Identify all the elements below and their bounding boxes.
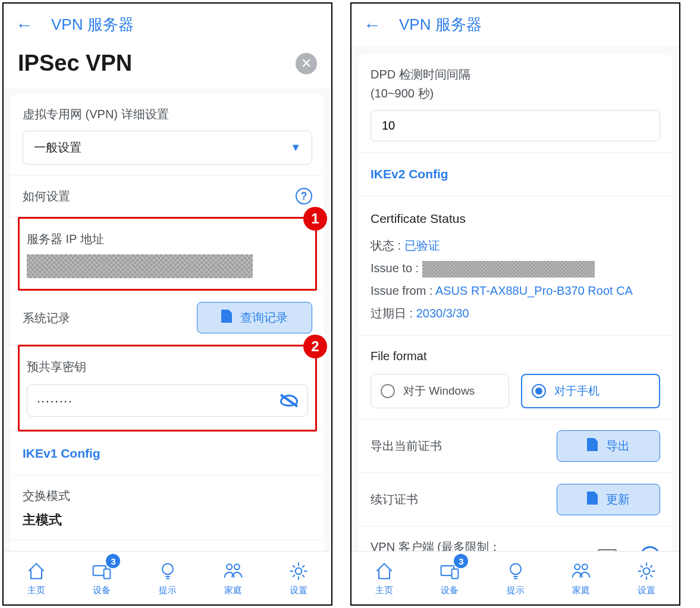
gear-icon xyxy=(634,560,659,582)
file-format-label: File format xyxy=(371,346,660,366)
nav-family[interactable]: 家庭 xyxy=(548,552,614,604)
issue-from-label: Issue from : xyxy=(371,284,435,297)
cert-status-heading: Certificate Status xyxy=(371,207,660,231)
query-log-button[interactable]: 查询记录 xyxy=(197,302,312,333)
psk-highlight: 2 预共享密钥 ········ xyxy=(18,345,317,431)
svg-point-12 xyxy=(575,564,580,569)
ikev2-heading: IKEv2 Config xyxy=(359,153,672,196)
exchange-mode-label: 交换模式 xyxy=(23,486,312,505)
nav-tips[interactable]: 提示 xyxy=(134,552,200,604)
ikev1-heading: IKEv1 Config xyxy=(11,431,324,475)
radio-circle-icon xyxy=(381,384,395,398)
family-icon xyxy=(569,560,594,582)
nav-device-label: 设备 xyxy=(441,585,459,596)
header: ← VPN 服务器 xyxy=(4,4,331,46)
devices-icon xyxy=(598,549,617,551)
svg-rect-1 xyxy=(104,569,111,578)
nav-settings-label: 设置 xyxy=(290,585,307,596)
dpd-interval-input[interactable]: 10 xyxy=(371,110,660,141)
home-icon xyxy=(372,560,397,582)
how-to-set-label: 如何设置 xyxy=(23,187,70,206)
header: ← VPN 服务器 xyxy=(351,4,679,46)
select-value: 一般设置 xyxy=(34,140,81,156)
chevron-down-icon: ▼ xyxy=(290,141,301,154)
document-icon xyxy=(221,310,232,326)
how-to-set-section: 如何设置 ? xyxy=(11,176,324,217)
phone-screen-1: ← VPN 服务器 IPSec VPN ✕ 虚拟专用网 (VPN) 详细设置 一… xyxy=(2,2,332,606)
svg-point-2 xyxy=(162,563,173,574)
nav-home[interactable]: 主页 xyxy=(351,552,417,604)
export-cert-row: 导出当前证书 导出 xyxy=(359,420,672,473)
exchange-mode-section[interactable]: 交换模式 主模式 xyxy=(11,475,324,540)
cert-status-row: 状态 : 已验证 xyxy=(371,234,660,257)
svg-point-13 xyxy=(582,564,588,569)
expire-row: 过期日 : 2030/3/30 xyxy=(371,302,660,325)
export-cert-label: 导出当前证书 xyxy=(371,436,442,455)
content-area: DPD 检测时间间隔 (10~900 秒) 10 IKEv2 Config Ce… xyxy=(351,46,679,551)
header-title: VPN 服务器 xyxy=(51,14,134,35)
back-arrow-icon[interactable]: ← xyxy=(363,15,381,35)
file-format-radios: 对于 Windows 对于手机 xyxy=(371,374,660,408)
svg-point-11 xyxy=(510,563,521,574)
nav-settings[interactable]: 设置 xyxy=(614,552,679,604)
svg-point-14 xyxy=(644,568,650,575)
renew-cert-row: 续订证书 更新 xyxy=(359,473,672,527)
badge-1: 1 xyxy=(303,207,327,231)
add-client-button[interactable]: + xyxy=(640,546,660,551)
dpd-interval-value: 10 xyxy=(382,119,395,132)
detail-label: 虚拟专用网 (VPN) 详细设置 xyxy=(23,105,312,124)
badge-2: 2 xyxy=(303,335,327,358)
renew-button[interactable]: 更新 xyxy=(557,484,660,515)
svg-point-4 xyxy=(234,564,240,569)
issue-to-row: Issue to : xyxy=(371,257,660,279)
export-button[interactable]: 导出 xyxy=(557,430,660,462)
nav-family[interactable]: 家庭 xyxy=(200,552,266,604)
header-title: VPN 服务器 xyxy=(399,14,482,35)
file-format-section: File format 对于 Windows 对于手机 xyxy=(359,336,672,420)
nav-settings[interactable]: 设置 xyxy=(266,552,331,604)
nav-tips-label: 提示 xyxy=(507,585,525,596)
vpn-detail-section: 虚拟专用网 (VPN) 详细设置 一般设置 ▼ xyxy=(11,94,324,176)
nav-device[interactable]: 3 设备 xyxy=(69,552,134,604)
exchange-mode-value: 主模式 xyxy=(23,511,312,529)
device-badge: 3 xyxy=(454,554,468,568)
phone-screen-2: ← VPN 服务器 DPD 检测时间间隔 (10~900 秒) 10 IKEv2… xyxy=(350,2,680,606)
vpn-client-label: VPN 客户端 (最多限制：8) xyxy=(371,537,501,551)
vpn-client-count-row: VPN 客户端 (最多限制：8) 1 + xyxy=(359,527,672,551)
document-icon xyxy=(587,492,598,508)
nav-family-label: 家庭 xyxy=(224,585,242,596)
radio-circle-icon xyxy=(532,384,546,398)
bulb-icon xyxy=(503,560,528,582)
back-arrow-icon[interactable]: ← xyxy=(15,15,33,35)
nav-tips-label: 提示 xyxy=(159,585,177,596)
renew-cert-label: 续订证书 xyxy=(371,490,418,509)
dpd-toggle-row: 失效对端检测 xyxy=(11,540,324,551)
nav-tips[interactable]: 提示 xyxy=(482,552,548,604)
server-ip-redacted xyxy=(27,254,253,278)
radio-windows[interactable]: 对于 Windows xyxy=(371,374,509,408)
expire-value: 2030/3/30 xyxy=(416,307,469,320)
detail-select[interactable]: 一般设置 ▼ xyxy=(23,131,312,165)
nav-settings-label: 设置 xyxy=(638,585,655,596)
page-title: IPSec VPN xyxy=(18,51,132,76)
radio-phone[interactable]: 对于手机 xyxy=(521,374,661,408)
issue-from-value: ASUS RT-AX88U_Pro-B370 Root CA xyxy=(435,284,633,297)
settings-card: DPD 检测时间间隔 (10~900 秒) 10 IKEv2 Config Ce… xyxy=(359,54,672,551)
issue-from-row: Issue from : ASUS RT-AX88U_Pro-B370 Root… xyxy=(371,279,660,302)
eye-off-icon[interactable] xyxy=(280,393,298,408)
radio-phone-label: 对于手机 xyxy=(554,383,599,399)
svg-rect-10 xyxy=(452,569,459,578)
psk-input[interactable]: ········ xyxy=(27,385,308,417)
psk-value: ········ xyxy=(37,394,73,408)
nav-device[interactable]: 3 设备 xyxy=(417,552,482,604)
status-label: 状态 : xyxy=(371,239,404,252)
dpd-interval-label: DPD 检测时间间隔 xyxy=(371,65,660,84)
close-icon[interactable]: ✕ xyxy=(296,53,317,74)
sys-log-label: 系统记录 xyxy=(23,308,70,327)
bottom-nav: 主页 3 设备 提示 家庭 设置 xyxy=(351,551,679,604)
help-icon[interactable]: ? xyxy=(296,188,312,204)
nav-home[interactable]: 主页 xyxy=(4,552,69,604)
device-badge: 3 xyxy=(106,554,120,568)
svg-point-3 xyxy=(227,564,232,569)
nav-home-label: 主页 xyxy=(27,585,45,596)
